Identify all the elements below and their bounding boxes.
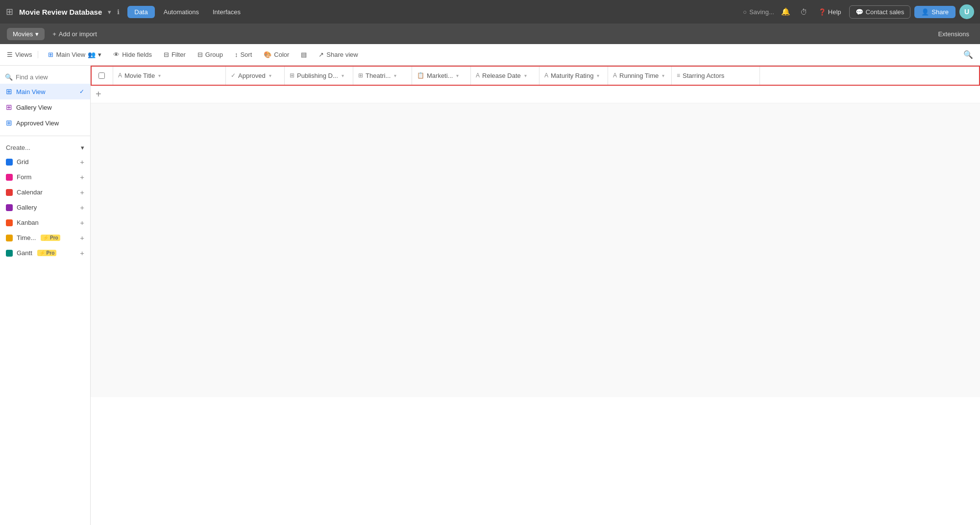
find-view-input[interactable]	[16, 73, 85, 81]
movie-title-sort-icon[interactable]: ▾	[158, 73, 161, 78]
maturity-sort-icon[interactable]: ▾	[597, 73, 599, 78]
table-area: A Movie Title ▾ ✓ Approved ▾ ⊞ Publishin…	[91, 66, 980, 525]
create-chevron-icon: ▾	[81, 144, 84, 151]
sidebar-item-main-view[interactable]: ⊞ Main View ✓	[0, 84, 90, 99]
view-toolbar: ☰ Views ⊞ Main View 👥 ▾ 👁 Hide fields ⊟ …	[0, 44, 980, 66]
automations-link[interactable]: Automations	[159, 6, 204, 18]
group-button[interactable]: ⊟ Group	[193, 48, 228, 61]
saving-status: ○ Saving...	[743, 8, 774, 16]
create-timeline-item[interactable]: Time... ⚡ Pro +	[0, 230, 90, 245]
gantt-pro-badge: ⚡ Pro	[37, 250, 56, 256]
color-button[interactable]: 🎨 Color	[259, 48, 294, 61]
checkbox-type-icon: ✓	[231, 72, 236, 79]
help-button[interactable]: ❓ Help	[814, 6, 845, 18]
marketing-sort-icon[interactable]: ▾	[456, 73, 459, 78]
add-timeline-icon[interactable]: +	[80, 234, 84, 242]
grid-dot-icon	[6, 159, 13, 166]
search-icon[interactable]: 🔍	[963, 50, 973, 59]
timeline-dot-icon	[6, 235, 13, 241]
grid-view-icon: ⊞	[6, 87, 12, 96]
table-body: +	[91, 86, 980, 103]
starring-type-icon: ≡	[677, 72, 680, 79]
create-form-item[interactable]: Form +	[0, 169, 90, 185]
release-type-icon: A	[476, 72, 480, 79]
add-gallery-icon[interactable]: +	[80, 203, 84, 212]
column-header-theatrical[interactable]: ⊞ Theatri... ▾	[353, 66, 412, 85]
gallery-dot-icon	[6, 204, 13, 211]
kanban-dot-icon	[6, 219, 13, 226]
publishing-sort-icon[interactable]: ▾	[342, 73, 344, 78]
extensions-button[interactable]: Extensions	[934, 28, 973, 40]
marketing-type-icon: 📋	[417, 72, 424, 79]
row-height-icon: ▤	[301, 51, 307, 58]
create-gallery-item[interactable]: Gallery +	[0, 200, 90, 215]
create-gantt-item[interactable]: Gantt ⚡ Pro +	[0, 245, 90, 261]
main-view-button[interactable]: ⊞ Main View 👥 ▾	[43, 48, 106, 61]
column-header-approved[interactable]: ✓ Approved ▾	[226, 66, 285, 85]
share-view-button[interactable]: ↗ Share view	[314, 48, 363, 61]
header-checkbox-cell[interactable]	[91, 66, 113, 85]
info-icon[interactable]: ℹ	[117, 8, 120, 16]
color-icon: 🎨	[264, 51, 271, 58]
sidebar-divider	[0, 136, 90, 136]
search-icon-small: 🔍	[5, 73, 13, 81]
maturity-type-icon: A	[544, 72, 548, 79]
interfaces-link[interactable]: Interfaces	[208, 6, 245, 18]
table-bar: Movies ▾ + Add or import Extensions	[0, 24, 980, 44]
top-navigation: ⊞ Movie Review Database ▾ ℹ Data Automat…	[0, 0, 980, 24]
row-height-button[interactable]: ▤	[296, 48, 312, 61]
add-gantt-icon[interactable]: +	[80, 249, 84, 257]
approved-view-icon: ⊞	[6, 119, 12, 127]
hide-icon: 👁	[113, 51, 120, 58]
column-header-release-date[interactable]: A Release Date ▾	[471, 66, 539, 85]
add-form-icon[interactable]: +	[80, 173, 84, 181]
column-header-running-time[interactable]: A Running Time ▾	[608, 66, 672, 85]
data-button[interactable]: Data	[127, 6, 154, 18]
add-kanban-icon[interactable]: +	[80, 218, 84, 227]
add-row-button[interactable]: +	[91, 86, 980, 103]
main-view-grid-icon: ⊞	[48, 51, 53, 58]
user-avatar[interactable]: U	[959, 4, 974, 19]
sort-button[interactable]: ↕ Sort	[230, 48, 257, 61]
view-options-icon: ▾	[98, 51, 101, 58]
history-icon[interactable]: ⏱	[797, 5, 810, 19]
app-title: Movie Review Database	[19, 8, 102, 16]
create-calendar-item[interactable]: Calendar +	[0, 185, 90, 200]
help-circle-icon: ❓	[818, 8, 826, 16]
hamburger-icon: ☰	[7, 51, 13, 58]
column-header-movie-title[interactable]: A Movie Title ▾	[113, 66, 226, 85]
release-sort-icon[interactable]: ▾	[524, 73, 527, 78]
create-grid-item[interactable]: Grid +	[0, 154, 90, 169]
title-dropdown-icon[interactable]: ▾	[108, 8, 111, 16]
hide-fields-button[interactable]: 👁 Hide fields	[108, 48, 157, 61]
create-kanban-item[interactable]: Kanban +	[0, 215, 90, 230]
gantt-dot-icon	[6, 250, 13, 257]
approved-sort-icon[interactable]: ▾	[269, 73, 271, 78]
share-view-icon: ↗	[318, 51, 324, 58]
sidebar-item-gallery-view[interactable]: ⊞ Gallery View	[0, 99, 90, 115]
sidebar-item-approved-view[interactable]: ⊞ Approved View	[0, 115, 90, 131]
add-or-import-button[interactable]: + Add or import	[48, 28, 102, 40]
column-header-marketing[interactable]: 📋 Marketi... ▾	[412, 66, 471, 85]
add-icon: +	[52, 30, 56, 38]
theatrical-sort-icon[interactable]: ▾	[394, 73, 396, 78]
find-view-search[interactable]: 🔍	[0, 71, 90, 84]
gallery-view-icon: ⊞	[6, 103, 12, 112]
column-header-starring-actors[interactable]: ≡ Starring Actors	[672, 66, 760, 85]
contact-sales-button[interactable]: 💬 Contact sales	[849, 5, 911, 19]
column-header-publishing[interactable]: ⊞ Publishing D... ▾	[285, 66, 353, 85]
form-dot-icon	[6, 174, 13, 181]
notifications-icon[interactable]: 🔔	[778, 5, 793, 19]
movies-tab[interactable]: Movies ▾	[7, 28, 45, 40]
column-header-maturity-rating[interactable]: A Maturity Rating ▾	[539, 66, 608, 85]
running-sort-icon[interactable]: ▾	[662, 73, 664, 78]
saving-spinner: ○	[743, 8, 747, 16]
app-grid-icon[interactable]: ⊞	[6, 6, 13, 17]
share-button[interactable]: 👤 Share	[914, 6, 956, 18]
add-calendar-icon[interactable]: +	[80, 188, 84, 196]
select-all-checkbox[interactable]	[98, 72, 105, 79]
table-header: A Movie Title ▾ ✓ Approved ▾ ⊞ Publishin…	[91, 66, 980, 86]
filter-button[interactable]: ⊟ Filter	[159, 48, 191, 61]
add-grid-icon[interactable]: +	[80, 158, 84, 166]
create-section[interactable]: Create... ▾	[0, 141, 90, 154]
